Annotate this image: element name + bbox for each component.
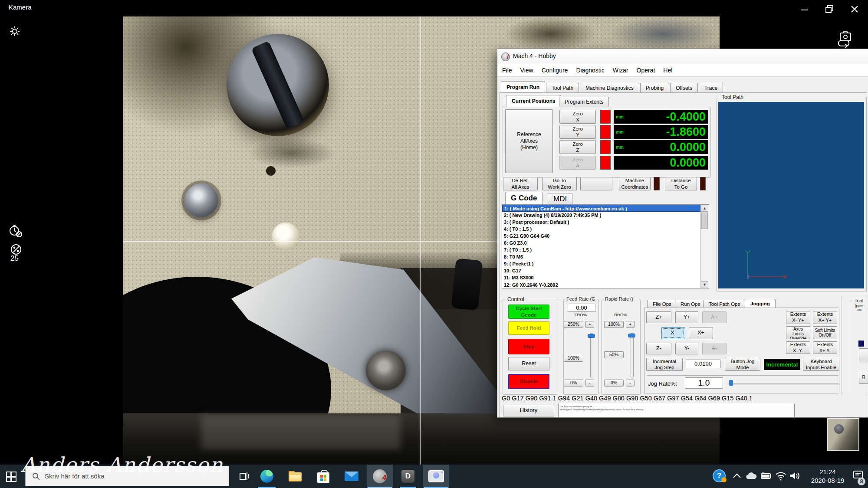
menu-diagnostic[interactable]: Diagnostic <box>576 67 604 74</box>
camera-settings-gear-icon[interactable] <box>9 25 21 37</box>
taskbar-edge[interactable] <box>254 465 280 488</box>
gcode-line[interactable]: 6: G0 Z3.0 <box>502 239 701 246</box>
gcode-line[interactable]: 11: M3 S3000 <box>502 274 701 281</box>
rro-plus-button[interactable]: + <box>626 321 635 328</box>
fro-top-button[interactable]: 250% <box>564 321 583 328</box>
taskbar-mail[interactable] <box>339 465 365 488</box>
jog-y-plus-button[interactable]: Y+ <box>675 311 698 323</box>
tray-chevron-up-icon[interactable] <box>732 472 742 479</box>
help-tray-icon[interactable]: ? <box>713 469 726 482</box>
tab-program-run[interactable]: Program Run <box>501 81 545 93</box>
taskbar-file-explorer[interactable] <box>282 465 308 488</box>
tab-probing[interactable]: Probing <box>640 83 669 93</box>
menu-file[interactable]: File <box>502 67 512 74</box>
rro-top-button[interactable]: 100% <box>604 321 624 328</box>
zero-z-button[interactable]: Zero Z <box>559 140 596 154</box>
menu-operator[interactable]: Operat <box>637 67 655 74</box>
gcode-line[interactable]: 10: G17 <box>502 267 701 274</box>
fro-mid-button[interactable]: 100% <box>564 355 583 362</box>
jog-y-minus-button[interactable]: Y- <box>675 343 698 354</box>
soft-limits-button[interactable]: Soft Limits On/Off <box>813 326 837 339</box>
cycle-start-button[interactable]: Cycle Start Gcode <box>508 305 549 319</box>
task-view-button[interactable] <box>231 465 257 488</box>
stop-button[interactable]: Stop <box>508 339 549 354</box>
feed-hold-button[interactable]: Feed Hold <box>508 321 549 335</box>
tab-jogging[interactable]: Jogging <box>745 299 776 308</box>
fro-minus-button[interactable]: - <box>585 380 594 386</box>
gcode-line[interactable]: 7: ( T0 : 1.5 ) <box>502 246 701 253</box>
blank-button[interactable] <box>580 177 612 190</box>
menu-help[interactable]: Hel <box>663 67 672 74</box>
button-jog-mode-button[interactable]: Button Jog Mode <box>725 358 760 371</box>
jog-z-plus-button[interactable]: Z+ <box>646 311 671 323</box>
jog-rate-value[interactable]: 1.0 <box>685 377 723 389</box>
scroll-up-arrow[interactable]: ▲ <box>701 205 708 212</box>
goto-work-zero-button[interactable]: Go To Work Zero <box>542 177 577 190</box>
jog-z-minus-button[interactable]: Z- <box>646 343 671 354</box>
jog-rate-slider-track[interactable] <box>729 383 839 385</box>
rro-mid-button[interactable]: 50% <box>604 351 624 358</box>
menu-view[interactable]: View <box>520 67 533 74</box>
zero-y-button[interactable]: Zero Y <box>559 125 596 139</box>
fro-bottom-button[interactable]: 0% <box>564 380 583 386</box>
tab-mdi[interactable]: MDI <box>548 193 572 204</box>
battery-icon[interactable] <box>760 472 773 480</box>
axes-limits-override-button[interactable]: Axes Limits Override <box>786 326 810 339</box>
tool-info-r-button[interactable]: R <box>859 371 868 384</box>
photo-timer-off-icon[interactable] <box>7 222 24 239</box>
clock[interactable]: 21:24 2020-08-19 <box>804 468 852 485</box>
extents-xp-ym-button[interactable]: Extents X+ Y- <box>813 341 837 354</box>
gcode-line[interactable]: 8: T0 M6 <box>502 253 701 260</box>
gcode-line[interactable]: 3: ( Post processor: Default ) <box>502 219 701 226</box>
tab-trace[interactable]: Trace <box>699 83 723 93</box>
scroll-down-arrow[interactable]: ▼ <box>701 281 708 288</box>
jog-x-plus-button[interactable]: X+ <box>689 327 713 339</box>
gcode-scrollbar[interactable]: ▲ ▼ <box>700 205 709 288</box>
fro-slider-handle[interactable] <box>588 334 595 338</box>
tab-current-positions[interactable]: Current Positions <box>506 95 561 107</box>
reference-all-axes-button[interactable]: Reference AllAxes (Home) <box>505 109 553 173</box>
extents-xp-yp-button[interactable]: Extents X+ Y+ <box>813 311 837 324</box>
distance-to-go-button[interactable]: Distance To Go <box>665 177 697 190</box>
history-button[interactable]: History <box>503 405 554 416</box>
jog-x-minus-button[interactable]: X- <box>661 327 685 339</box>
close-button[interactable] <box>849 3 860 15</box>
menu-wizard[interactable]: Wizar <box>613 67 628 74</box>
tool-info-button[interactable] <box>859 348 868 361</box>
zero-x-button[interactable]: Zero X <box>559 110 596 124</box>
jog-step-input[interactable]: 0.0100 <box>686 360 720 368</box>
camera-flip-icon[interactable] <box>834 29 857 50</box>
tab-tool-path-ops[interactable]: Tool Path Ops <box>703 300 746 308</box>
volume-icon[interactable] <box>789 471 801 481</box>
deref-all-axes-button[interactable]: De-Ref. All Axes <box>503 177 538 190</box>
gcode-line[interactable]: 1: ( Made using CamBam - http://www.camb… <box>502 205 701 212</box>
jog-rate-slider-handle[interactable] <box>729 380 733 386</box>
wifi-icon[interactable] <box>775 471 786 481</box>
onedrive-icon[interactable] <box>744 472 757 480</box>
minimize-button[interactable] <box>799 4 810 14</box>
toolpath-canvas[interactable] <box>718 102 864 288</box>
tab-file-ops[interactable]: File Ops <box>647 300 677 308</box>
menu-configure[interactable]: Configure <box>542 67 568 74</box>
gcode-line[interactable]: 2: ( New Drawing (4) 8/19/2020 7:49:35 P… <box>502 212 701 219</box>
tab-program-extents[interactable]: Program Extents <box>559 97 609 107</box>
incremental-jog-step-button[interactable]: Incrmental Jog Step <box>646 358 683 371</box>
last-photo-thumbnail[interactable] <box>827 418 859 451</box>
start-button[interactable] <box>5 471 17 483</box>
gcode-line[interactable]: 5: G21 G90 G64 G40 <box>502 233 701 239</box>
tab-machine-diagnostics[interactable]: Machine Diagnostics <box>580 83 639 93</box>
gcode-line[interactable]: 4: ( T0 : 1.5 ) <box>502 226 701 233</box>
tab-run-ops[interactable]: Run Ops <box>675 300 706 308</box>
taskbar-store[interactable] <box>310 465 336 488</box>
rro-slider-track[interactable] <box>631 333 634 377</box>
tab-offsets[interactable]: Offsets <box>670 83 698 93</box>
extents-xm-ym-button[interactable]: Extents X- Y- <box>786 341 810 354</box>
taskbar-designspark[interactable]: D <box>395 465 421 488</box>
taskbar-camera[interactable] <box>423 465 449 488</box>
extents-xm-yp-button[interactable]: Extents X- Y+ <box>786 311 810 324</box>
disable-button[interactable]: Disable <box>508 374 549 389</box>
reset-button[interactable]: Reset <box>508 357 549 370</box>
scrollbar-thumb[interactable] <box>701 213 708 229</box>
fro-slider-track[interactable] <box>590 333 593 377</box>
keyboard-inputs-button[interactable]: Keyboard Inputs Enable <box>803 358 839 371</box>
